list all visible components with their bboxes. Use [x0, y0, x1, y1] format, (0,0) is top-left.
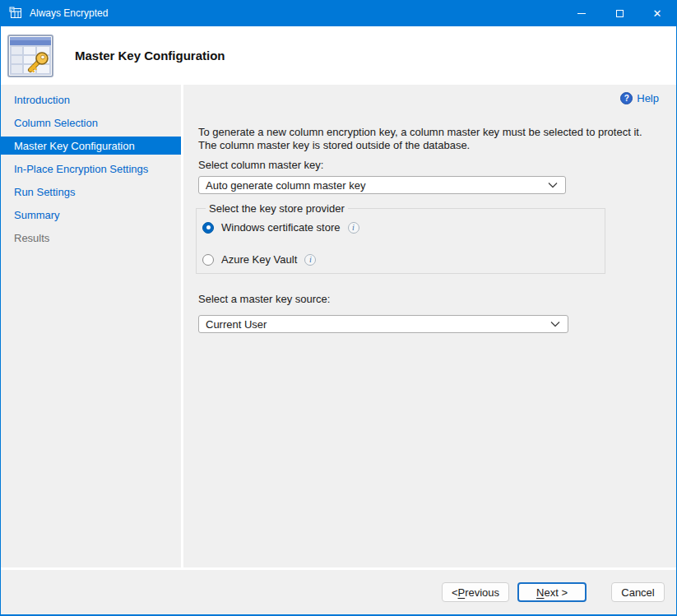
window-title: Always Encrypted	[30, 7, 108, 19]
next-button[interactable]: Next >	[517, 582, 587, 602]
close-button[interactable]: ✕	[638, 0, 676, 26]
windows-certificate-store-label: Windows certificate store	[221, 221, 341, 234]
sidebar-item-summary[interactable]: Summary	[1, 206, 181, 224]
page-title: Master Key Configuration	[75, 49, 225, 63]
master-key-source-value: Current User	[206, 318, 267, 331]
window-controls: ✕	[563, 0, 676, 26]
sidebar-item-run-settings[interactable]: Run Settings	[1, 183, 181, 201]
sidebar-item-master-key-configuration[interactable]: Master Key Configuration	[1, 137, 181, 155]
previous-button[interactable]: < Previous	[442, 582, 509, 602]
column-master-key-dropdown[interactable]: Auto generate column master key	[198, 176, 566, 194]
info-icon[interactable]: i	[348, 222, 359, 234]
app-table-key-icon	[9, 7, 22, 20]
sidebar-item-in-place-encryption-settings[interactable]: In-Place Encryption Settings	[1, 160, 181, 178]
main-panel: ? Help To generate a new column encrypti…	[183, 85, 677, 567]
minimize-icon	[577, 13, 586, 14]
radio-selected-icon[interactable]	[202, 222, 214, 234]
radio-unselected-icon[interactable]	[202, 254, 214, 266]
wizard-body: Introduction Column Selection Master Key…	[1, 85, 676, 567]
sidebar-item-introduction[interactable]: Introduction	[1, 90, 181, 109]
maximize-icon	[616, 10, 624, 17]
azure-key-vault-option[interactable]: Azure Key Vault i	[202, 253, 605, 266]
info-icon[interactable]: i	[304, 254, 316, 266]
master-key-source-dropdown[interactable]: Current User	[198, 315, 568, 333]
intro-text: To generate a new column encryption key,…	[198, 126, 659, 152]
azure-key-vault-label: Azure Key Vault	[221, 253, 297, 266]
minimize-button[interactable]	[563, 0, 600, 26]
sidebar-item-results: Results	[1, 229, 181, 247]
always-encrypted-wizard-window: Always Encrypted ✕ Master Key Configurat…	[0, 0, 677, 616]
next-label-suffix: ext >	[544, 586, 568, 599]
chevron-down-icon	[550, 321, 560, 327]
wizard-steps-sidebar: Introduction Column Selection Master Key…	[1, 85, 183, 567]
sidebar-item-column-selection[interactable]: Column Selection	[1, 113, 181, 132]
key-store-provider-group: Select the key store provider Windows ce…	[196, 202, 605, 274]
close-icon: ✕	[653, 8, 662, 19]
wizard-header: Master Key Configuration	[1, 26, 676, 85]
key-store-provider-group-title: Select the key store provider	[206, 202, 348, 215]
maximize-button[interactable]	[600, 0, 638, 26]
cancel-button[interactable]: Cancel	[611, 582, 665, 602]
master-key-source-label: Select a master key source:	[198, 293, 659, 305]
next-access-key: N	[536, 586, 544, 599]
previous-label-prefix: <	[452, 586, 458, 599]
previous-access-key: P	[458, 586, 466, 599]
column-master-key-value: Auto generate column master key	[206, 179, 365, 192]
windows-certificate-store-option[interactable]: Windows certificate store i	[202, 221, 605, 234]
wizard-footer: < Previous Next > Cancel	[1, 567, 676, 614]
chevron-down-icon	[548, 182, 558, 188]
help-link[interactable]: ? Help	[198, 91, 659, 104]
help-icon: ?	[620, 92, 633, 104]
table-key-icon	[7, 35, 53, 77]
titlebar: Always Encrypted ✕	[1, 0, 676, 26]
column-master-key-label: Select column master key:	[198, 159, 659, 171]
previous-label-suffix: revious	[465, 586, 499, 599]
help-label: Help	[637, 92, 659, 104]
